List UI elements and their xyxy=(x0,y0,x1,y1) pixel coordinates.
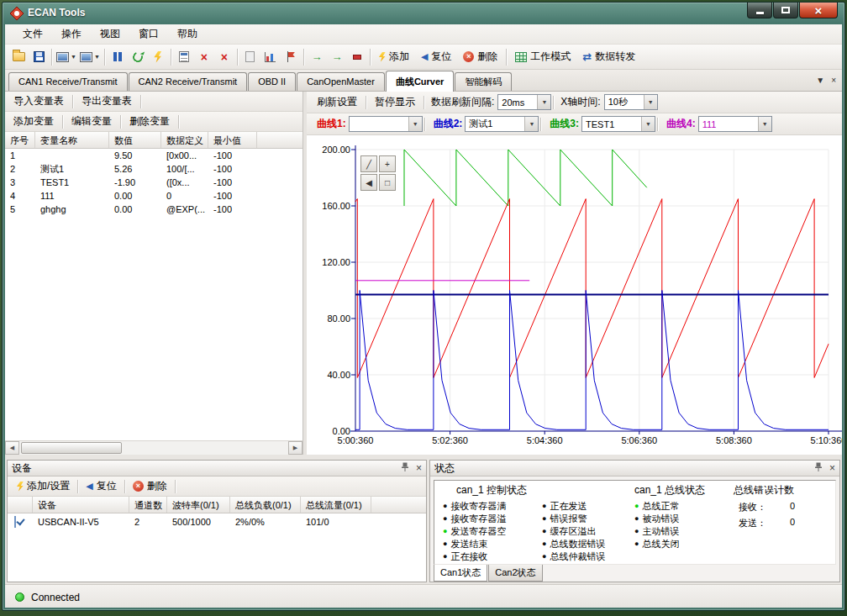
statistics-button[interactable] xyxy=(260,47,281,67)
scrollbar-track[interactable] xyxy=(19,441,288,455)
refresh-button[interactable] xyxy=(128,47,148,67)
pause-icon xyxy=(113,52,122,61)
interval-combobox[interactable]: 20ms▼ xyxy=(497,94,551,110)
reset-device-button[interactable]: ◀复位 xyxy=(415,47,457,67)
start-all-button[interactable]: → xyxy=(327,47,347,67)
tab-can2-receive-transmit[interactable]: CAN2 Receive/Transmit xyxy=(129,72,248,91)
tab-can1-receive-transmit[interactable]: CAN1 Receive/Transmit xyxy=(8,72,128,91)
variable-row[interactable]: 3TEST1-1.90([0x...-100 xyxy=(5,176,302,189)
menu-window[interactable]: 窗口 xyxy=(129,24,168,44)
scroll-right-icon[interactable]: ▶ xyxy=(288,441,302,455)
tab-curve[interactable]: 曲线Curver xyxy=(386,71,454,92)
series-curve2-spikes-decay xyxy=(355,291,829,430)
variable-cell: 2 xyxy=(5,162,35,176)
curve3-combobox[interactable]: TEST1▼ xyxy=(581,116,655,132)
status-item: ●正在发送 xyxy=(542,500,634,512)
import-variables-button[interactable]: 导入变量表 xyxy=(7,92,71,111)
chart-reset-button[interactable]: □ xyxy=(379,174,396,191)
tab-obd2[interactable]: OBD II xyxy=(248,72,296,91)
variables-table-header: 序号 变量名称 数值 数据定义 最小值 xyxy=(5,132,302,149)
menu-help[interactable]: 帮助 xyxy=(168,24,207,44)
save-file-button[interactable] xyxy=(29,47,49,67)
column-header-busflow[interactable]: 总线流量(0/1) xyxy=(301,497,371,513)
add-variable-button[interactable]: 添加变量 xyxy=(7,112,60,131)
close-button[interactable]: × xyxy=(799,3,838,18)
add-device-button[interactable]: 添加 xyxy=(373,47,415,67)
statusbar: Connected xyxy=(5,584,842,608)
variable-cell: 3 xyxy=(5,176,35,189)
flag-button[interactable] xyxy=(281,47,301,67)
menu-operate[interactable]: 操作 xyxy=(52,24,91,44)
edit-variable-button[interactable]: 编辑变量 xyxy=(65,112,118,131)
curve-chart[interactable]: ╱ + ◀ □ 200.00160.00120.0080.0040.000.00… xyxy=(307,135,842,455)
pin-icon[interactable] xyxy=(401,462,409,474)
pause-button[interactable] xyxy=(108,47,128,67)
tab-close-icon[interactable]: × xyxy=(831,76,836,85)
titlebar[interactable]: ECAN Tools × xyxy=(3,3,844,24)
close-panel-icon[interactable]: × xyxy=(829,463,835,473)
open-file-button[interactable] xyxy=(8,47,29,67)
display-window-button[interactable]: ▼ xyxy=(78,47,102,67)
column-header-min[interactable]: 最小值 xyxy=(208,132,257,148)
tab-can1-status[interactable]: Can1状态 xyxy=(434,565,487,582)
device-reset-button[interactable]: ◀复位 xyxy=(80,476,122,497)
xaxis-time-combobox[interactable]: 10秒▼ xyxy=(604,94,658,110)
frame-form-button[interactable] xyxy=(174,47,194,67)
pause-display-button[interactable]: 暂停显示 xyxy=(368,92,422,112)
variable-row[interactable]: 41110.000-100 xyxy=(5,189,302,203)
gridlines xyxy=(355,150,829,431)
column-header-baudrate[interactable]: 波特率(0/1) xyxy=(167,497,230,513)
stop-button[interactable] xyxy=(347,47,367,67)
tab-can2-status[interactable]: Can2状态 xyxy=(488,565,542,582)
column-header-busload[interactable]: 总线负载(0/1) xyxy=(230,497,301,513)
device-row[interactable]: USBCAN-II-V5 2 500/1000 2%/0% 101/0 xyxy=(8,513,426,530)
pin-icon[interactable] xyxy=(814,462,823,474)
device-add-settings-button[interactable]: 添加/设置 xyxy=(11,476,76,497)
column-header-name[interactable]: 变量名称 xyxy=(35,132,109,148)
horizontal-scrollbar[interactable]: ◀ ▶ xyxy=(5,440,302,455)
column-header-definition[interactable]: 数据定义 xyxy=(161,132,208,148)
work-mode-button[interactable]: 工作模式 xyxy=(509,47,576,67)
variable-row[interactable]: 19.50[0x00...-100 xyxy=(5,149,302,162)
device-checkbox[interactable] xyxy=(14,516,16,528)
variable-row[interactable]: 2测试15.26100/[...-100 xyxy=(5,162,302,176)
column-header-index[interactable]: 序号 xyxy=(5,132,35,148)
tab-canopenmaster[interactable]: CanOpenMaster xyxy=(297,72,385,91)
device-delete-button[interactable]: ×删除 xyxy=(127,476,173,497)
column-header-device[interactable]: 设备 xyxy=(33,497,129,513)
chart-zoom-in-button[interactable]: + xyxy=(379,155,396,172)
tab-smart-decode[interactable]: 智能解码 xyxy=(455,72,512,91)
clear-button[interactable] xyxy=(148,47,168,67)
device-toolbar: 添加/设置 ◀复位 ×删除 xyxy=(8,476,426,497)
stop-send-button[interactable]: × xyxy=(194,47,214,67)
start-button[interactable]: → xyxy=(307,47,327,67)
menu-view[interactable]: 视图 xyxy=(91,24,129,44)
chart-curve-tool-button[interactable]: ╱ xyxy=(360,155,377,172)
export-variables-button[interactable]: 导出变量表 xyxy=(75,92,139,111)
data-forward-button[interactable]: ⇄数据转发 xyxy=(576,47,641,67)
scrollbar-thumb[interactable] xyxy=(21,442,122,454)
device-panel-buttons: × xyxy=(401,462,422,474)
delete-device-button[interactable]: ×删除 xyxy=(457,47,503,67)
filter-button[interactable] xyxy=(240,47,260,67)
refresh-settings-button[interactable]: 刷新设置 xyxy=(310,92,364,112)
curve2-combobox[interactable]: 测试1▼ xyxy=(465,116,539,132)
scroll-left-icon[interactable]: ◀ xyxy=(5,441,19,455)
delete-variable-button[interactable]: 删除变量 xyxy=(123,112,176,131)
variable-row[interactable]: 5ghghg0.00@EXP(...-100 xyxy=(5,203,302,216)
curve4-combobox[interactable]: 111▼ xyxy=(698,116,772,132)
curve1-combobox[interactable]: ▼ xyxy=(349,116,423,132)
minimize-button[interactable] xyxy=(747,3,772,18)
chart-pan-button[interactable]: ◀ xyxy=(360,174,377,191)
send-window-button[interactable]: ▼ xyxy=(55,47,78,67)
close-panel-icon[interactable]: × xyxy=(416,463,422,473)
clear-list-button[interactable]: × xyxy=(214,47,234,67)
tab-list-icon[interactable]: ▼ xyxy=(816,76,824,85)
column-header-channels[interactable]: 通道数 xyxy=(129,497,167,513)
device-reset-label: 复位 xyxy=(97,479,117,493)
column-header-value[interactable]: 数值 xyxy=(109,132,161,148)
reset-device-label: 复位 xyxy=(431,50,451,64)
maximize-button[interactable] xyxy=(773,3,798,18)
menu-file[interactable]: 文件 xyxy=(13,24,52,44)
connection-status-icon xyxy=(15,592,24,602)
